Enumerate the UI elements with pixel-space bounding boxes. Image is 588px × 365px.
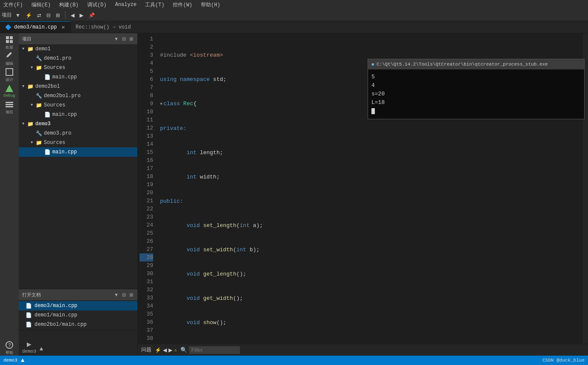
sidebar-icon-help[interactable]: ? 帮助 (2, 340, 17, 356)
tree-label-main1: main.cpp (52, 74, 77, 80)
open-docs-header: 打开文档 ▼ ⊟ ⊞ (19, 289, 137, 300)
sidebar-icons: 欢迎 编辑 设计 Debug 项目 ? 帮助 (0, 33, 19, 356)
tree-folder-icon-sources1: 📁 (36, 65, 42, 71)
sidebar-icon-projects[interactable]: 项目 (2, 100, 17, 115)
menu-analyze[interactable]: Analyze (113, 1, 138, 9)
code-line-8: void set_length(int a); (160, 221, 583, 230)
status-project: demo3 (3, 358, 17, 363)
toolbar: 项目 ▼ ⚡ ⇄ ⊟ ⊞ ◀ ▶ 📌 (0, 9, 588, 21)
toolbar-bookmark-btn[interactable]: 📌 (87, 11, 97, 19)
line-numbers: 1 2 3 4 5 6 7 8 9 10 11 12 13 14 15 16 1… (138, 33, 157, 344)
tree-item-main2[interactable]: 📄 main.cpp (19, 110, 137, 119)
tree-label-main2: main.cpp (52, 112, 77, 118)
code-line-4: private: (160, 124, 583, 132)
project-panel-dropdown-btn[interactable]: ▼ (113, 35, 120, 42)
ln-11: 11 (140, 116, 153, 124)
ln-21: 21 (140, 197, 153, 205)
open-docs-collapse-btn[interactable]: ⊟ (121, 291, 127, 299)
tree-item-sources3[interactable]: ▼ 📁 Sources (19, 138, 137, 147)
tree-item-main1[interactable]: 📄 main.cpp (19, 72, 137, 82)
terminal-window: ■ C:\Qt\Qt5.14.2\Tools\QtCreator\bin\qtc… (368, 59, 585, 119)
terminal-output-4: L=18 (371, 98, 581, 107)
toolbar-sync-btn[interactable]: ⇄ (35, 11, 43, 19)
code-line-9: void set_width(int b); (160, 246, 583, 254)
tree-item-demo2bolpro[interactable]: 🔧 demo2bol.pro (19, 91, 137, 101)
tree-pro-icon-demo1: 🔧 (36, 55, 42, 62)
tree-pro-icon-demo3: 🔧 (36, 130, 42, 137)
menu-debug[interactable]: 调试(D) (86, 0, 108, 9)
nav-back-btn[interactable]: ◀ (69, 11, 76, 19)
menu-edit[interactable]: 编辑(E) (30, 0, 53, 9)
tree-label-demo2bolpro: demo2bol.pro (44, 93, 80, 99)
svg-marker-5 (6, 85, 13, 92)
svg-rect-4 (6, 69, 13, 75)
ln-32: 32 (140, 286, 153, 294)
project-panel-sync-btn[interactable]: ⊟ (121, 35, 127, 43)
ln-18: 18 (140, 172, 153, 181)
main-area: 欢迎 编辑 设计 Debug 项目 ? 帮助 项目 ▼ ⊟ ⊞ (0, 33, 588, 356)
editor-tab-main[interactable]: 🔷 demo3/main.cpp ✕ (0, 21, 71, 33)
tree-item-demo1pro[interactable]: 🔧 demo1.pro (19, 54, 137, 63)
debug-arrow-up-btn[interactable]: ▲ (40, 345, 43, 352)
ln-31: 31 (140, 278, 153, 286)
ln-29: 29 (140, 262, 153, 270)
menu-build[interactable]: 构建(B) (57, 0, 80, 9)
toolbar-filter-btn[interactable]: ⚡ (24, 11, 34, 19)
sidebar-icon-edit[interactable]: 编辑 (2, 51, 17, 66)
sidebar-icon-debug[interactable]: Debug (2, 83, 17, 99)
tree-item-demo3pro[interactable]: 🔧 demo3.pro (19, 129, 137, 138)
sidebar-icon-design[interactable]: 设计 (2, 67, 17, 83)
tab-close-btn[interactable]: ✕ (61, 25, 65, 30)
tree-item-sources2[interactable]: ▼ 📁 Sources (19, 101, 137, 110)
open-docs-title: 打开文档 (22, 292, 111, 298)
open-doc-demo2main[interactable]: 📄 demo2bol/main.cpp (19, 320, 137, 329)
sidebar-icon-welcome[interactable]: 欢迎 (2, 35, 17, 50)
svg-text:?: ? (8, 343, 11, 349)
open-docs-list: 📄 demo3/main.cpp 📄 demo1/main.cpp 📄 demo… (19, 300, 137, 330)
open-doc-label-demo1main: demo1/main.cpp (34, 312, 77, 318)
open-doc-demo3main[interactable]: 📄 demo3/main.cpp (19, 301, 137, 310)
tree-folder-icon-sources3: 📁 (36, 140, 42, 146)
issues-nav-back-btn[interactable]: ◀ (163, 347, 167, 353)
tree-item-demo2bol[interactable]: ▼ 📁 demo2bol (19, 82, 137, 91)
code-line-11: void get_width(); (160, 294, 583, 302)
tree-item-demo3[interactable]: ▼ 📁 demo3 (19, 119, 137, 129)
menu-help[interactable]: 帮助(H) (199, 0, 222, 9)
tree-label-demo2bol: demo2bol (35, 83, 60, 89)
menu-tools[interactable]: 工具(T) (143, 0, 166, 9)
tree-item-sources1[interactable]: ▼ 📁 Sources (19, 63, 137, 72)
svg-rect-6 (6, 102, 13, 103)
open-docs-dropdown-btn[interactable]: ▼ (113, 291, 120, 298)
project-panel: 项目 ▼ ⊟ ⊞ ▼ 📁 demo1 🔧 demo1.pro ▼ 📁 Sourc… (19, 33, 138, 356)
svg-rect-2 (6, 40, 9, 43)
ln-30: 30 (140, 270, 153, 278)
tree-item-demo1[interactable]: ▼ 📁 demo1 (19, 44, 137, 54)
toolbar-expand-btn[interactable]: ⊞ (54, 11, 62, 19)
project-panel-more-btn[interactable]: ⊞ (128, 35, 134, 43)
open-doc-icon-demo1main: 📄 (26, 312, 32, 319)
ln-5: 5 (140, 67, 153, 75)
open-docs-expand-btn[interactable]: ⊞ (128, 291, 134, 299)
sidebar-icon-edit-label: 编辑 (6, 61, 13, 66)
ln-8: 8 (140, 92, 153, 100)
tree-arrow-demo2bol: ▼ (22, 84, 27, 89)
status-up-arrow: ▲ (21, 357, 24, 364)
tree-folder-icon-demo2bol: 📁 (27, 83, 34, 90)
issues-nav-fwd-btn[interactable]: ▶ (168, 347, 172, 353)
issues-sync-btn[interactable]: ⚡ (155, 347, 161, 353)
issues-filter-input[interactable] (189, 346, 240, 354)
sidebar-icon-design-label: 设计 (6, 77, 13, 83)
nav-fwd-btn[interactable]: ▶ (78, 11, 85, 19)
toolbar-collapse-btn[interactable]: ⊟ (45, 11, 52, 19)
open-doc-demo1main[interactable]: 📄 demo1/main.cpp (19, 310, 137, 320)
toolbar-dropdown-btn[interactable]: ▼ (14, 11, 22, 19)
menu-file[interactable]: 文件(F) (2, 0, 25, 9)
tree-label-main3: main.cpp (52, 149, 77, 155)
open-docs-panel: 打开文档 ▼ ⊟ ⊞ 📄 demo3/main.cpp 📄 demo1/main… (19, 289, 137, 330)
svg-rect-0 (6, 36, 9, 39)
tree-pro-icon-demo2bol: 🔧 (36, 93, 42, 99)
ln-27: 27 (140, 245, 153, 253)
tree-item-main3[interactable]: 📄 main.cpp (19, 147, 137, 157)
menu-controls[interactable]: 控件(W) (171, 0, 194, 9)
ln-22: 22 (140, 205, 153, 213)
